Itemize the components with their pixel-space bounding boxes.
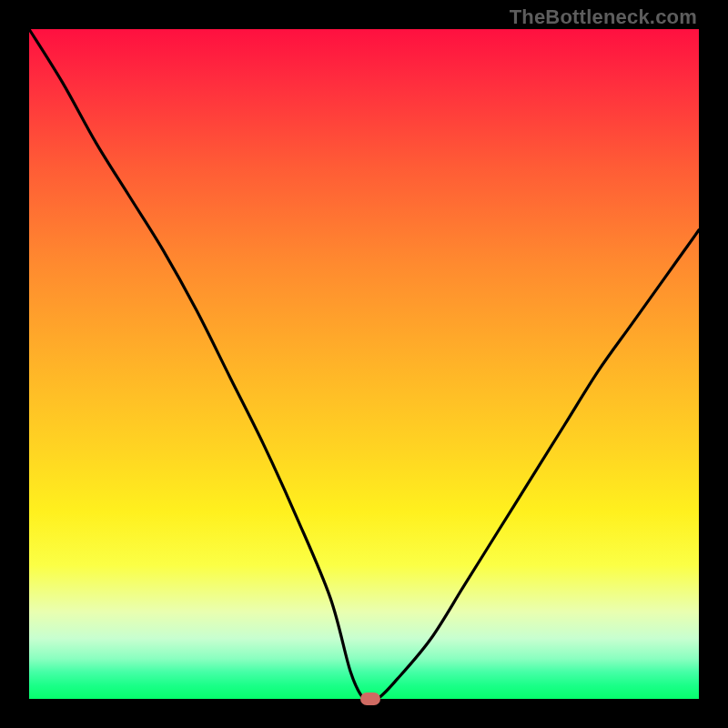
attribution-label: TheBottleneck.com xyxy=(510,5,697,29)
bottleneck-curve-path xyxy=(29,29,699,702)
curve-svg xyxy=(29,29,699,699)
optimal-point-marker xyxy=(360,693,380,705)
chart-plot-area xyxy=(29,29,699,699)
chart-frame: TheBottleneck.com xyxy=(0,0,728,728)
